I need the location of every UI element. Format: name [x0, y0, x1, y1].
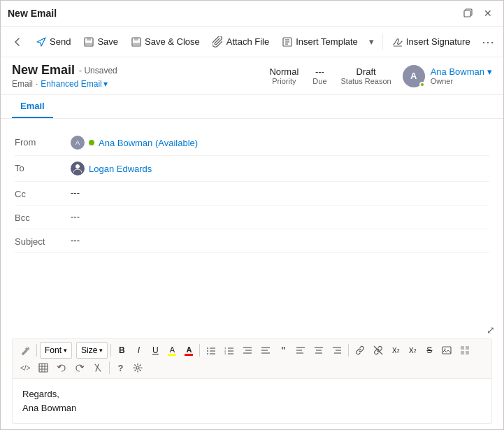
attach-button[interactable]: Attach File: [207, 33, 275, 51]
svg-rect-7: [133, 43, 140, 45]
font-select[interactable]: Font ▾: [40, 342, 72, 359]
from-label: From: [15, 136, 71, 148]
title-bar-right: ✕: [460, 5, 496, 22]
strikethrough-button[interactable]: S: [422, 343, 437, 358]
image-icon: [442, 345, 452, 355]
align-center-button[interactable]: [310, 343, 327, 358]
tab-navigation: Email: [1, 95, 503, 119]
font-color-indicator: A: [185, 345, 193, 356]
save-close-icon: [131, 36, 142, 48]
email-type-label: Email: [12, 79, 33, 89]
align-right-button[interactable]: [329, 343, 345, 358]
special-char-icon: [460, 345, 470, 355]
tab-email[interactable]: Email: [12, 95, 53, 118]
more-options-button[interactable]: ⋯: [478, 32, 498, 52]
quote-button[interactable]: ": [275, 343, 291, 358]
record-unsaved: - Unsaved: [79, 66, 117, 76]
to-content: Logan Edwards: [71, 162, 489, 175]
align-left-button[interactable]: [292, 343, 309, 358]
owner-role: Owner: [431, 77, 492, 85]
attach-label: Attach File: [226, 36, 269, 47]
indent-button[interactable]: [239, 343, 256, 358]
to-link[interactable]: Logan Edwards: [89, 164, 152, 174]
clear-format-button[interactable]: [89, 360, 106, 375]
expand-area: ⤢: [1, 322, 503, 338]
outdent-button[interactable]: [257, 343, 274, 358]
subject-row: Subject ---: [15, 229, 489, 253]
size-select[interactable]: Size ▾: [76, 342, 108, 359]
restore-icon: [463, 8, 473, 18]
from-link[interactable]: Ana Bowman (Available): [99, 138, 198, 148]
redo-button[interactable]: [71, 360, 88, 375]
gear-icon: [133, 363, 143, 373]
unlink-button[interactable]: [370, 343, 387, 358]
more-icon: ⋯: [482, 34, 494, 50]
owner-name[interactable]: Ana Bowman ▾: [431, 66, 492, 77]
send-label: Send: [50, 36, 71, 47]
record-title-section: New Email - Unsaved Email · Enhanced Ema…: [12, 63, 269, 89]
link-button[interactable]: [352, 343, 368, 358]
priority-value: Normal: [269, 66, 298, 77]
due-value: ---: [315, 66, 324, 77]
help-button[interactable]: ?: [113, 360, 128, 375]
svg-rect-43: [461, 346, 464, 350]
settings-button[interactable]: [129, 360, 146, 375]
underline-button[interactable]: U: [147, 343, 163, 358]
save-close-label: Save & Close: [145, 36, 200, 47]
align-left-icon: [296, 345, 305, 355]
back-button[interactable]: [6, 33, 29, 51]
bcc-value[interactable]: ---: [71, 211, 489, 222]
enhanced-email-link[interactable]: Enhanced Email ▾: [41, 79, 107, 89]
subscript-button[interactable]: X2: [405, 343, 420, 358]
cc-label: Cc: [15, 187, 71, 199]
close-button[interactable]: ✕: [480, 5, 496, 22]
insert-table-button[interactable]: [35, 360, 52, 375]
bold-button[interactable]: B: [114, 343, 129, 358]
to-row: To Logan Edwards: [15, 156, 489, 182]
subtitle-dot: ·: [36, 79, 38, 89]
status-field: Draft Status Reason: [341, 66, 391, 85]
insert-special-button[interactable]: [456, 343, 473, 358]
font-color-button[interactable]: A: [181, 343, 196, 358]
align-right-icon: [332, 345, 342, 355]
italic-button[interactable]: I: [131, 343, 146, 358]
editor-toolbar: Font ▾ Size ▾ B I U A: [13, 339, 491, 379]
toolbar: Send Save Save & Close Attach File: [1, 27, 503, 57]
record-meta: Normal Priority --- Due Draft Status Rea…: [269, 66, 391, 85]
subject-value[interactable]: ---: [71, 235, 489, 245]
svg-rect-1: [464, 10, 470, 17]
svg-text:3.: 3.: [224, 352, 226, 355]
number-list-button[interactable]: 1. 2. 3.: [221, 343, 238, 358]
svg-rect-45: [461, 351, 464, 354]
cc-value[interactable]: ---: [71, 187, 489, 198]
record-title: New Email: [12, 63, 75, 78]
expand-button[interactable]: ⤢: [487, 324, 495, 336]
svg-rect-4: [85, 43, 92, 45]
record-title-row: New Email - Unsaved: [12, 63, 269, 78]
insert-image-button[interactable]: [438, 343, 455, 358]
undo-button[interactable]: [53, 360, 70, 375]
font-chevron-icon: ▾: [64, 347, 67, 354]
cc-row: Cc ---: [15, 182, 489, 206]
insert-signature-button[interactable]: Insert Signature: [387, 33, 476, 51]
bullet-list-button[interactable]: [203, 343, 219, 358]
template-dropdown-button[interactable]: ▾: [365, 32, 379, 52]
restore-button[interactable]: [460, 5, 477, 22]
highlight-color-indicator: A: [168, 345, 176, 356]
highlight-color-button[interactable]: A: [164, 343, 180, 358]
save-button[interactable]: Save: [78, 33, 124, 51]
editor-sep-5: [109, 361, 110, 374]
owner-chevron-icon: ▾: [487, 66, 492, 77]
ai-assist-button[interactable]: [17, 343, 34, 358]
save-close-button[interactable]: Save & Close: [125, 33, 206, 51]
svg-rect-46: [466, 351, 469, 354]
form-area: From A Ana Bowman (Available) To: [1, 119, 503, 429]
send-button[interactable]: Send: [30, 33, 76, 51]
bcc-label: Bcc: [15, 211, 71, 223]
superscript-button[interactable]: X2: [388, 343, 403, 358]
avatar: A: [403, 65, 425, 87]
source-code-button[interactable]: </>: [17, 360, 34, 375]
insert-template-button[interactable]: Insert Template: [276, 33, 363, 51]
editor-body[interactable]: Regards, Ana Bowman: [13, 379, 491, 423]
chevron-down-icon: ▾: [369, 36, 374, 47]
